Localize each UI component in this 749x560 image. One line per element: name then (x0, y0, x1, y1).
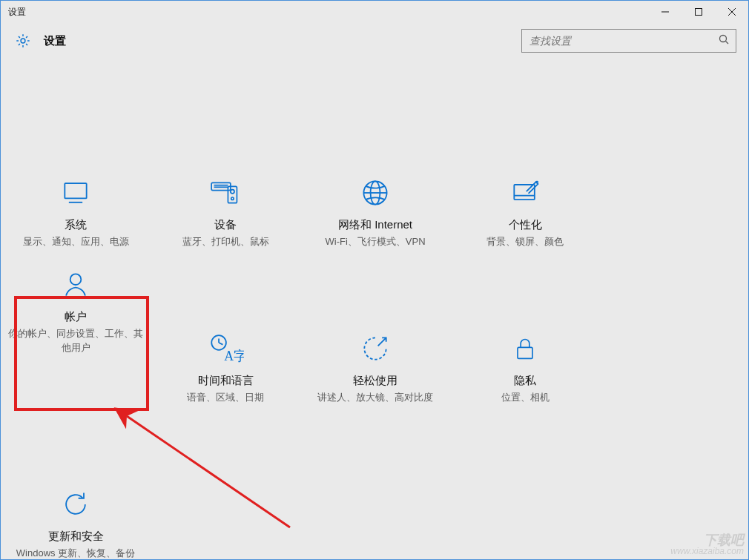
search-input[interactable] (528, 34, 718, 47)
svg-text:A字: A字 (224, 349, 244, 363)
tile-title: 轻松使用 (308, 374, 443, 388)
svg-point-13 (231, 190, 234, 194)
svg-line-23 (219, 343, 222, 345)
svg-point-5 (720, 36, 727, 42)
tile-title: 个性化 (458, 218, 593, 232)
ease-of-access-icon (308, 328, 443, 369)
tile-update-security[interactable]: 更新和安全 Windows 更新、恢复、备份 (1, 479, 151, 560)
tile-ease-of-access[interactable]: 轻松使用 讲述人、放大镜、高对比度 (300, 323, 450, 415)
gear-icon (13, 30, 33, 51)
lock-icon (458, 328, 593, 369)
tile-desc: Wi-Fi、飞行模式、VPN (308, 235, 443, 249)
tile-personalization[interactable]: 个性化 背景、锁屏、颜色 (450, 168, 600, 260)
tile-devices[interactable]: 设备 蓝牙、打印机、鼠标 (151, 168, 300, 260)
tile-desc: 蓝牙、打印机、鼠标 (158, 235, 293, 249)
svg-point-14 (231, 197, 234, 200)
svg-rect-1 (695, 9, 702, 16)
paint-icon (458, 172, 593, 214)
page-title: 设置 (44, 34, 66, 48)
tile-desc: 位置、相机 (458, 391, 593, 405)
refresh-icon (8, 484, 143, 525)
tile-privacy[interactable]: 隐私 位置、相机 (450, 323, 600, 415)
tile-network[interactable]: 网络和 Internet Wi-Fi、飞行模式、VPN (300, 168, 450, 260)
svg-line-25 (378, 337, 386, 346)
close-button[interactable] (715, 1, 748, 23)
tile-desc: 讲述人、放大镜、高对比度 (308, 391, 443, 405)
tile-title: 更新和安全 (8, 530, 143, 544)
tile-desc: 背景、锁屏、颜色 (458, 235, 593, 249)
tile-desc: 显示、通知、应用、电源 (8, 235, 143, 249)
svg-point-4 (21, 39, 25, 43)
time-language-icon: A字 (158, 328, 293, 369)
tile-time-language[interactable]: A字 时间和语言 语音、区域、日期 (151, 323, 300, 415)
tile-system[interactable]: 系统 显示、通知、应用、电源 (1, 168, 151, 260)
display-icon (8, 172, 143, 214)
tile-desc: 语音、区域、日期 (158, 391, 293, 405)
tile-title: 帐户 (8, 310, 143, 324)
tile-title: 隐私 (458, 374, 593, 388)
svg-rect-12 (228, 186, 237, 202)
svg-point-20 (70, 274, 82, 285)
tile-title: 时间和语言 (158, 374, 293, 388)
devices-icon (158, 172, 293, 214)
tile-desc: 你的帐户、同步设置、工作、其他用户 (8, 327, 143, 355)
maximize-button[interactable] (682, 1, 715, 23)
window-title: 设置 (8, 6, 26, 19)
minimize-button[interactable] (648, 1, 682, 23)
globe-icon (308, 172, 443, 214)
user-icon (8, 264, 143, 306)
tile-title: 网络和 Internet (308, 218, 443, 232)
svg-line-6 (726, 42, 729, 45)
svg-point-21 (211, 335, 226, 350)
tile-accounts[interactable]: 帐户 你的帐户、同步设置、工作、其他用户 (1, 260, 151, 415)
search-box[interactable] (521, 29, 736, 53)
tile-title: 设备 (158, 218, 293, 232)
tile-title: 系统 (8, 218, 143, 232)
svg-rect-7 (65, 183, 86, 198)
search-icon (718, 33, 730, 48)
tile-desc: Windows 更新、恢复、备份 (8, 547, 143, 560)
svg-rect-26 (518, 347, 532, 358)
